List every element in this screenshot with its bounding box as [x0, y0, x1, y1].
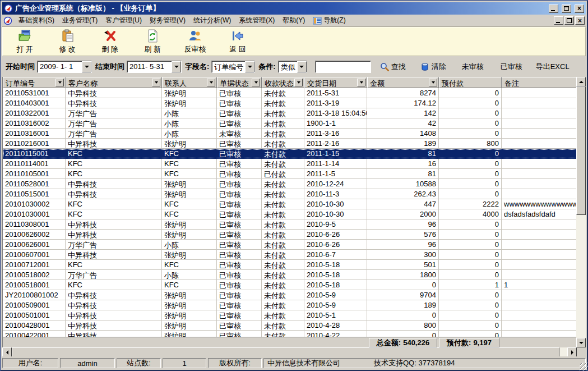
- table-row[interactable]: 20100712001KFCKFC已审核未付款2010-5-185010: [3, 260, 579, 270]
- column-header-6[interactable]: 交货日期: [304, 77, 367, 88]
- menu-item-6[interactable]: 系统管理(X): [235, 15, 279, 26]
- column-header-9[interactable]: 备注: [502, 77, 579, 88]
- minimize-button[interactable]: [549, 4, 558, 13]
- total-prepay-box: 预付款: 9,197: [439, 338, 499, 347]
- column-header-7[interactable]: 金额: [367, 77, 439, 88]
- column-header-1[interactable]: 订单编号: [3, 77, 66, 88]
- find-button[interactable]: 查找: [378, 61, 408, 73]
- table-row[interactable]: 20110105001KFCKFC已审核已付款2011-1-5810: [3, 169, 579, 179]
- table-row[interactable]: 20100626002中异科技张炉明已审核未付款2010-6-265760: [3, 230, 579, 240]
- cell-订单编号: 20100607001: [3, 250, 66, 260]
- column-header-5[interactable]: 收款状态: [262, 77, 304, 88]
- column-header-label: 联系人: [165, 79, 187, 88]
- cell-单据状态: 已审核: [217, 240, 262, 250]
- menu-item-7[interactable]: 帮助(Y): [279, 15, 309, 26]
- table-row[interactable]: 20110115001KFCKFC已审核未付款2011-1-15810: [3, 149, 579, 159]
- modify-button[interactable]: 修 改: [50, 29, 85, 54]
- column-header-8[interactable]: 预付款: [439, 77, 502, 88]
- column-header-4[interactable]: 单据状态: [217, 77, 262, 88]
- table-row[interactable]: 20110403001中异科技张炉明已审核未付款2011-3-19174.120: [3, 98, 579, 108]
- condition-combobox[interactable]: 类似: [278, 61, 307, 73]
- table-row[interactable]: 20100518002万华广告小陈已审核未付款2010-5-1818000: [3, 270, 579, 280]
- resize-grip[interactable]: [580, 363, 587, 370]
- mdi-system-menu-icon[interactable]: [3, 16, 12, 25]
- clear-button[interactable]: 清除: [418, 61, 448, 73]
- column-filter-dropdown-icon[interactable]: [294, 79, 303, 86]
- horizontal-scrollbar[interactable]: [2, 347, 586, 357]
- cell-单据状态: 已审核: [217, 209, 262, 219]
- search-input[interactable]: [315, 61, 371, 73]
- end-date-dropdown-icon[interactable]: [172, 61, 181, 72]
- table-row[interactable]: 20110515001中异科技张炉明已审核未付款2010-11-3262.430: [3, 189, 579, 199]
- mdi-minimize-button[interactable]: [554, 16, 563, 25]
- scroll-down-icon[interactable]: [576, 338, 586, 347]
- scroll-left-icon[interactable]: [2, 347, 12, 357]
- menu-item-3[interactable]: 客户管理(U): [101, 15, 146, 26]
- table-row[interactable]: 20100518001KFCKFC已审核未付款2010-5-18011: [3, 280, 579, 290]
- export-excel-button[interactable]: 导出EXCL: [534, 61, 572, 73]
- back-button[interactable]: 返 回: [220, 29, 255, 54]
- table-row[interactable]: 20110316002万华广告小陈已审核未付款1900-1-1420: [3, 118, 579, 129]
- maximize-button[interactable]: [562, 4, 571, 13]
- cell-收款状态: 未付款: [262, 149, 304, 159]
- table-row[interactable]: 20110531001中异科技张炉明已审核未付款2011-5-3182740: [3, 88, 579, 98]
- menu-item-1[interactable]: 基础资料(S): [15, 15, 58, 26]
- end-date-combobox[interactable]: 2011- 5-31: [127, 61, 182, 73]
- audited-button[interactable]: 已审核: [498, 61, 525, 73]
- column-filter-dropdown-icon[interactable]: [252, 79, 260, 86]
- refresh-button[interactable]: 刷 新: [135, 29, 170, 54]
- table-row[interactable]: 20100422001中异科技张炉明已审核未付款2010-4-2200: [3, 331, 579, 337]
- horizontal-scroll-thumb[interactable]: [12, 347, 559, 357]
- menu-item-5[interactable]: 统计分析(W): [189, 15, 235, 26]
- menu-item-4[interactable]: 财务管理(V): [146, 15, 189, 26]
- table-row[interactable]: 20100626001万华广告小陈已审核未付款2010-6-26960: [3, 240, 579, 250]
- table-row[interactable]: 20110316001万华广告小陈未审核未付款2011-3-1614080: [3, 129, 579, 139]
- column-filter-dropdown-icon[interactable]: [207, 79, 215, 86]
- column-header-3[interactable]: 联系人: [162, 77, 217, 88]
- table-row[interactable]: 20110528001中异科技张炉明已审核未付款2010-12-24105880: [3, 179, 579, 189]
- column-header-2[interactable]: 客户名称: [66, 77, 162, 88]
- menu-item-2[interactable]: 业务管理(T): [58, 15, 101, 26]
- menu-item-8[interactable]: 导航(Z): [309, 15, 349, 26]
- column-filter-dropdown-icon[interactable]: [357, 79, 365, 86]
- cell-收款状态: 未付款: [262, 260, 304, 270]
- unaudited-button[interactable]: 未审核: [460, 61, 486, 73]
- cell-客户名称: 万华广告: [66, 240, 162, 250]
- cell-订单编号: 20100428001: [3, 320, 66, 331]
- table-row[interactable]: 20110216001中异科技张炉明已审核未付款2011-2-16189800: [3, 139, 579, 149]
- unaudit-button[interactable]: 反审核: [178, 29, 212, 54]
- vertical-scrollbar[interactable]: [576, 77, 586, 347]
- mdi-close-button[interactable]: ×: [575, 16, 585, 25]
- vertical-scroll-thumb[interactable]: [576, 86, 586, 215]
- condition-dropdown-icon[interactable]: [297, 61, 307, 72]
- close-button[interactable]: ×: [575, 4, 584, 13]
- scroll-right-icon[interactable]: [567, 347, 577, 357]
- cell-订单编号: 20110316002: [3, 118, 66, 129]
- column-filter-dropdown-icon[interactable]: [55, 79, 64, 86]
- status-panel-text: 站点数:: [127, 358, 151, 368]
- field-name-combobox[interactable]: 订单编号: [211, 61, 255, 73]
- table-row[interactable]: 20100501001中异科技张炉明已审核未付款2010-5-100: [3, 310, 579, 320]
- cell-备注: [502, 300, 579, 310]
- table-row[interactable]: 20101030001KFCKFC已审核未付款2010-10-302000400…: [3, 209, 579, 219]
- column-filter-dropdown-icon[interactable]: [429, 79, 437, 86]
- table-row[interactable]: 20110322001万华广告小陈已审核未付款2011-3-18 15:04:5…: [3, 108, 579, 118]
- menu-item-label: 业务管理(T): [62, 16, 98, 25]
- start-date-combobox[interactable]: 2009- 1- 1: [37, 61, 92, 73]
- scroll-up-icon[interactable]: [576, 77, 586, 86]
- mdi-restore-button[interactable]: [564, 16, 574, 25]
- field-name-dropdown-icon[interactable]: [245, 61, 254, 72]
- cell-预付款: 0: [439, 169, 502, 179]
- table-row[interactable]: 20101030002KFCKFC已审核未付款2010-10-304472222…: [3, 199, 579, 209]
- start-date-dropdown-icon[interactable]: [82, 61, 91, 72]
- table-row[interactable]: 20100607001中异科技张炉明已审核未付款2010-6-73000: [3, 250, 579, 260]
- table-row[interactable]: JY20100801002中异科技张炉明已审核未付款2010-5-997040: [3, 290, 579, 300]
- horizontal-scroll-track[interactable]: [559, 347, 567, 357]
- open-button[interactable]: 打 开: [7, 29, 42, 54]
- table-row[interactable]: 20110114001KFCKFC已审核未付款2011-1-14160: [3, 159, 579, 169]
- table-row[interactable]: 20110308001中异科技张炉明已审核未付款2010-9-5960: [3, 219, 579, 230]
- delete-button[interactable]: 删 除: [92, 29, 127, 54]
- column-filter-dropdown-icon[interactable]: [152, 79, 160, 86]
- table-row[interactable]: 20100509001中异科技张炉明已审核未付款2010-5-91890: [3, 300, 579, 310]
- table-row[interactable]: 20100428001中异科技张炉明已审核未付款2010-4-288000: [3, 320, 579, 331]
